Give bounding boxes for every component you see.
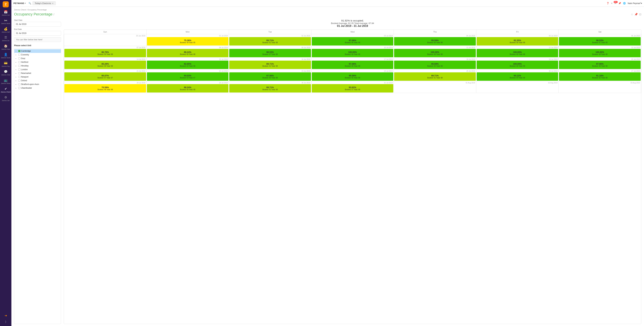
- cell-content[interactable]: 92.65%Booked: 63 Total: 68: [147, 61, 228, 69]
- cell-content[interactable]: 86.76%Booked: 59 Total: 68: [64, 49, 146, 57]
- tree-checkbox-oxford[interactable]: [18, 80, 20, 82]
- sidebar-item-zeevou-sell[interactable]: 💰 Zeevou Sell: [0, 26, 12, 34]
- tree-checkbox-hinckley[interactable]: [18, 65, 20, 67]
- menu-icon[interactable]: ≡: [611, 2, 612, 5]
- tree-item-coventry[interactable]: ▸ Coventry: [14, 53, 61, 57]
- tree-item-hertford[interactable]: ▸ Hertford: [14, 60, 61, 64]
- tree-checkbox-stratford[interactable]: [18, 83, 20, 85]
- tree-item-graz[interactable]: ▸ Graz: [14, 57, 61, 60]
- tree-label-stratford: Stratford-upon-Avon: [21, 83, 39, 86]
- sidebar-item-zeevou-check[interactable]: ✔ Zeevou Check: [0, 86, 12, 94]
- sidebar-arrow-icon[interactable]: ➜: [3, 312, 8, 319]
- cell-content[interactable]: 88.24%Booked: 60 Total: 68: [147, 49, 228, 57]
- cell-content[interactable]: 95.59%Booked: 65 Total: 68: [394, 61, 476, 69]
- cell-content[interactable]: 98.53%Booked: 67 Total: 68: [229, 49, 311, 57]
- sidebar-collapse-icon[interactable]: ⟩: [4, 319, 8, 325]
- cell-content[interactable]: 89.71%Booked: 61 Total: 68: [229, 61, 311, 69]
- cell-content[interactable]: 75.38%Booked: 49 Total: 65: [147, 37, 228, 46]
- cell-content[interactable]: 98.53%Booked: 67 Total: 68: [559, 37, 641, 46]
- tree-filter-input[interactable]: [14, 37, 61, 42]
- cell-content[interactable]: 100.00%Booked: 68 Total: 68: [559, 49, 641, 57]
- cell-date: 20 Jul 2019: [559, 58, 641, 61]
- cell-content[interactable]: 100.00%Booked: 68 Total: 68: [312, 49, 394, 57]
- cell-date: 26 Jul 2019: [477, 70, 558, 72]
- external-link-icon[interactable]: ⊡: [639, 13, 641, 16]
- cell-date: 21 Jul 2019: [64, 70, 146, 72]
- huts-icon: 🏠: [4, 44, 8, 48]
- topbar-tab-checkins[interactable]: Today's Check-ins ✕: [32, 1, 56, 5]
- sidebar-item-zeevou-book[interactable]: 🛏 Zeevou Book: [0, 17, 12, 26]
- globe-icon[interactable]: 🌐: [623, 2, 626, 5]
- cell-booked: Booked: 65 Total: 68: [427, 65, 442, 67]
- tree-checkbox-graz[interactable]: [18, 57, 20, 60]
- cell-content[interactable]: 94.12%Booked: 64 Total: 68: [477, 72, 558, 81]
- pin-icon[interactable]: 📌: [618, 2, 621, 5]
- sidebar-item-zeevou-set[interactable]: ⚙ Zeevou Set: [0, 94, 12, 103]
- topbar-search-icon[interactable]: 🔍: [28, 2, 31, 5]
- sidebar-item-label: Zeevou Huts: [1, 48, 10, 50]
- tree-item-cambridge[interactable]: ▸ ✓ Cambridge: [14, 49, 61, 53]
- cell-content[interactable]: 97.06%Booked: 66 Total: 68: [229, 72, 311, 81]
- sidebar-item-zeevou-chat[interactable]: 💬 Zeevou Chat: [0, 69, 12, 77]
- tree-checkbox-newport[interactable]: [18, 76, 20, 78]
- sidebar-item-zeevou-show[interactable]: 📺 Zeevou Show: [0, 77, 12, 86]
- tree-item-stratford[interactable]: ▸ Stratford-upon-Avon: [14, 82, 61, 86]
- cell-content[interactable]: 85.29%Booked: 58 Total: 68: [64, 61, 146, 69]
- tree-checkbox-ulaanbaatar[interactable]: [18, 87, 20, 89]
- tree-item-ulaanbaatar[interactable]: ▸ Ulaanbaatar: [14, 86, 61, 90]
- tree-checkbox-coventry[interactable]: [18, 54, 20, 56]
- brand-name[interactable]: PEYMANS ▾: [14, 2, 26, 5]
- sidebar-item-zeevou-cal[interactable]: 📅 Zeevou Cal: [0, 9, 12, 17]
- cell-content[interactable]: 88.24%Booked: 60 Total: 68: [147, 84, 228, 93]
- cell-percentage: 88.24%: [184, 51, 191, 53]
- tree-item-oxford[interactable]: ▸ Oxford: [14, 79, 61, 82]
- cell-content[interactable]: 95.59%Booked: 65 Total: 68: [312, 72, 394, 81]
- sidebar-item-label: Zeevou Do: [2, 40, 10, 42]
- calendar-week-row: 21 Jul 201985.07%Booked: 57 Total: 6722 …: [64, 70, 641, 81]
- calendar-icon: 📅: [4, 10, 8, 14]
- settings-icon: ⚙: [4, 96, 7, 99]
- page-title: Occupancy Percentage /: [14, 12, 54, 17]
- bookmark-icon[interactable]: 📌: [634, 13, 638, 16]
- sidebar-item-zeevou-souls[interactable]: 👤 Zeevou Souls: [0, 51, 12, 60]
- cell-content[interactable]: 100.00%Booked: 68 Total: 68: [477, 49, 558, 57]
- cell-booked: Booked: 60 Total: 68: [180, 89, 195, 91]
- cell-content[interactable]: 89.71%Booked: 61 Total: 68: [229, 84, 311, 93]
- tree-item-london[interactable]: ▸ London: [14, 68, 61, 71]
- cell-content[interactable]: 83.82%Booked: 57 Total: 68: [312, 84, 394, 93]
- cell-content[interactable]: 95.59%Booked: 65 Total: 68: [394, 37, 476, 46]
- cell-content[interactable]: 89.71%Booked: 61 Total: 68: [394, 72, 476, 81]
- tree-item-newport[interactable]: ▸ Newport: [14, 75, 61, 79]
- tree-item-hinckley[interactable]: ▸ Hinckley: [14, 64, 61, 68]
- cell-date: 19 Jul 2019: [477, 58, 558, 61]
- help-icon[interactable]: ❓: [606, 2, 609, 5]
- notification-icon[interactable]: ✉ 99+: [614, 2, 616, 5]
- cell-content[interactable]: 97.06%Booked: 66 Total: 68: [559, 61, 641, 69]
- start-date-input[interactable]: 01 Jul 2019: [14, 22, 61, 27]
- cell-percentage: 89.71%: [266, 63, 274, 65]
- star-icon[interactable]: ☆: [631, 13, 633, 16]
- tree-item-newmarket[interactable]: ▸ Newmarket: [14, 71, 61, 75]
- tree-checkbox-hertford[interactable]: [18, 61, 20, 63]
- cell-content[interactable]: 97.06%Booked: 66 Total: 68: [312, 37, 394, 46]
- cell-date: 06 Jul 2019: [559, 35, 641, 37]
- cell-content[interactable]: 97.06%Booked: 66 Total: 68: [312, 61, 394, 69]
- cell-content[interactable]: 85.07%Booked: 57 Total: 67: [64, 72, 146, 81]
- cell-content[interactable]: 91.18%Booked: 62 Total: 68: [559, 72, 641, 81]
- tree-checkbox-newmarket[interactable]: [18, 72, 20, 74]
- tree-checkbox-london[interactable]: [18, 69, 20, 71]
- sidebar-item-zeevou-huts[interactable]: 🏠 Zeevou Huts: [0, 43, 12, 51]
- sidebar-item-zeevou-do[interactable]: ☰ Zeevou Do: [0, 34, 12, 43]
- tree-checkbox-cambridge[interactable]: ✓: [18, 50, 20, 52]
- tree-chevron-hinckley: ▸: [16, 65, 18, 67]
- cell-content[interactable]: 70.59%Booked: 48 Total: 68: [64, 84, 146, 93]
- end-date-input[interactable]: 31 Jul 2019: [14, 31, 61, 36]
- sidebar-item-zeevou-pay[interactable]: 💳 Zeevou Pay: [0, 60, 12, 69]
- cell-content[interactable]: 89.71%Booked: 61 Total: 68: [229, 37, 311, 46]
- cell-content[interactable]: 100.00%Booked: 68 Total: 68: [394, 49, 476, 57]
- brand-logo[interactable]: Z: [3, 1, 9, 8]
- cell-content[interactable]: 82.35%Booked: 56 Total: 68: [477, 37, 558, 46]
- cell-content[interactable]: 100.00%Booked: 68 Total: 68: [477, 61, 558, 69]
- tab-close-icon[interactable]: ✕: [52, 2, 54, 5]
- cell-content[interactable]: 94.03%Booked: 63 Total: 67: [147, 72, 228, 81]
